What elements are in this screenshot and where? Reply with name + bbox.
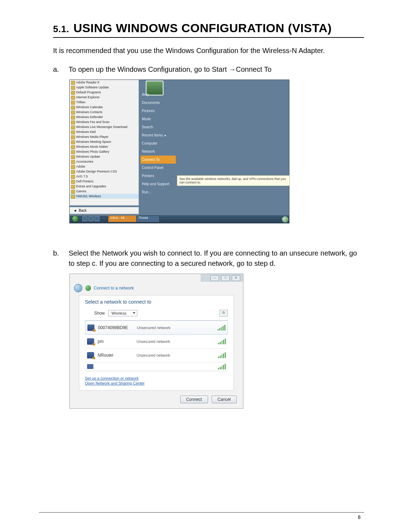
network-adapter-icon bbox=[87, 364, 93, 369]
search-link[interactable]: Search bbox=[140, 123, 176, 131]
program-item[interactable]: Windows Defender bbox=[70, 115, 139, 119]
show-filter-dropdown[interactable]: Wireless bbox=[108, 310, 137, 316]
program-item[interactable]: Adobe bbox=[70, 164, 139, 169]
program-item[interactable]: Windows Fax and Scan bbox=[70, 119, 139, 124]
step-b: b. Select the Network you wish to connec… bbox=[53, 248, 364, 269]
network-name: NRouter bbox=[98, 353, 137, 358]
control-panel-link[interactable]: Control Panel bbox=[140, 164, 176, 172]
program-item[interactable]: Windows Photo Gallery bbox=[70, 149, 139, 154]
dialog-title: Select a network to connect to bbox=[85, 299, 228, 305]
start-orb-icon[interactable] bbox=[72, 215, 79, 222]
network-globe-icon bbox=[85, 285, 91, 291]
back-button[interactable]: ◄ Back bbox=[70, 207, 139, 214]
maximize-button[interactable]: □ bbox=[221, 275, 230, 281]
program-item[interactable]: Apple Software Update bbox=[70, 85, 139, 90]
program-item[interactable]: Windows Movie Maker bbox=[70, 144, 139, 149]
program-item[interactable]: Windows Meeting Space bbox=[70, 139, 139, 144]
open-network-center-link[interactable]: Open Network and Sharing Center bbox=[85, 381, 228, 385]
network-adapter-icon bbox=[87, 352, 94, 358]
step-b-text: Select the Network you wish to connect t… bbox=[69, 248, 364, 269]
network-row[interactable]: pm Unsecured network bbox=[85, 335, 228, 349]
screenshot-start-menu: Adobe Reader 8 Apple Software Update Def… bbox=[69, 80, 289, 223]
signal-bars-icon bbox=[218, 364, 226, 369]
signal-bars-icon bbox=[218, 325, 225, 331]
program-item[interactable]: Default Programs bbox=[70, 90, 139, 95]
help-support-link[interactable]: Help and Support bbox=[140, 180, 176, 188]
taskbar: Inbox - Mi... iTunes bbox=[70, 215, 289, 223]
close-button[interactable]: ✕ bbox=[232, 275, 240, 281]
program-item[interactable]: Trillian bbox=[70, 100, 139, 105]
program-item[interactable]: Internet Explorer bbox=[70, 95, 139, 100]
section-number: 5.1. bbox=[53, 24, 69, 34]
network-security: Unsecured network bbox=[137, 353, 218, 357]
network-list: 00074098BD9E Unsecured network pm Unsecu… bbox=[85, 320, 228, 371]
computer-link[interactable]: Computer bbox=[140, 139, 176, 147]
connect-button[interactable]: Connect bbox=[180, 396, 208, 403]
run-link[interactable]: Run... bbox=[140, 188, 176, 196]
minimize-button[interactable]: — bbox=[211, 275, 219, 281]
program-item[interactable]: Windows Update bbox=[70, 154, 139, 159]
connect-to-link[interactable]: Connect To bbox=[140, 156, 176, 164]
taskbar-item-inbox[interactable]: Inbox - Mi... bbox=[108, 215, 138, 222]
taskbar-item-itunes[interactable]: iTunes bbox=[136, 215, 160, 222]
breadcrumb-text: Connect to a network bbox=[94, 286, 134, 291]
back-label: Back bbox=[79, 209, 86, 212]
step-b-letter: b. bbox=[53, 248, 69, 269]
program-item[interactable]: AVG 7.5 bbox=[70, 174, 139, 179]
section-heading: 5.1.USING WINDOWS CONFIGURATION (VISTA) bbox=[53, 21, 364, 38]
program-item[interactable]: Games bbox=[70, 189, 139, 194]
back-nav-icon[interactable] bbox=[74, 284, 82, 292]
music-link[interactable]: Music bbox=[140, 115, 176, 123]
connect-to-tooltip: See the available wireless networks, dia… bbox=[177, 175, 290, 186]
documents-link[interactable]: Documents bbox=[140, 99, 176, 107]
section-title: USING WINDOWS CONFIGURATION (VISTA) bbox=[73, 21, 332, 35]
refresh-button[interactable]: ↻ bbox=[219, 310, 228, 317]
dialog-buttons: Connect Cancel bbox=[180, 396, 237, 403]
network-link[interactable]: Network bbox=[140, 147, 176, 156]
program-item-selected[interactable]: HWUN1 Wireless bbox=[70, 194, 139, 199]
program-item[interactable]: Windows Calendar bbox=[70, 105, 139, 110]
printers-link[interactable]: Printers bbox=[140, 172, 176, 180]
program-item[interactable]: Windows Contacts bbox=[70, 110, 139, 115]
network-adapter-icon bbox=[87, 338, 94, 345]
tray-clock-icon[interactable] bbox=[282, 216, 288, 223]
network-name: pm bbox=[98, 339, 137, 344]
signal-bars-icon bbox=[218, 339, 226, 344]
program-item[interactable]: Windows Mail bbox=[70, 129, 139, 134]
breadcrumb: Connect to a network bbox=[74, 284, 134, 292]
network-row[interactable]: 00074098BD9E Unsecured network bbox=[85, 321, 228, 335]
network-adapter-icon bbox=[87, 325, 94, 331]
pictures-link[interactable]: Pictures bbox=[140, 107, 176, 115]
screenshot-connect-dialog: — □ ✕ Connect to a network Select a netw… bbox=[69, 274, 243, 409]
step-a-letter: a. bbox=[53, 64, 69, 75]
start-menu-right-column: Amy Documents Pictures Music Search Rece… bbox=[140, 90, 176, 196]
show-label: Show bbox=[94, 311, 105, 316]
page-number: 8 bbox=[358, 514, 361, 520]
program-item[interactable]: Windows Media Player bbox=[70, 134, 139, 139]
intro-paragraph: It is recommended that you use the Windo… bbox=[53, 46, 364, 56]
user-name[interactable]: Amy bbox=[140, 90, 176, 99]
network-security: Unsecured network bbox=[137, 326, 218, 330]
program-item[interactable]: Adobe Design Premium CS3 bbox=[70, 169, 139, 174]
setup-connection-link[interactable]: Set up a connection or network bbox=[85, 376, 228, 380]
signal-bars-icon bbox=[218, 352, 226, 358]
footer-rule bbox=[39, 512, 364, 513]
network-row-partial[interactable] bbox=[85, 362, 228, 371]
program-item[interactable]: Accessories bbox=[70, 159, 139, 164]
program-item[interactable]: Windows Live Messenger Download bbox=[70, 124, 139, 129]
program-item[interactable]: Adobe Reader 8 bbox=[70, 80, 139, 85]
quick-launch-icons[interactable] bbox=[80, 216, 105, 222]
cancel-button[interactable]: Cancel bbox=[212, 396, 237, 403]
dialog-content-panel: Select a network to connect to Show Wire… bbox=[79, 295, 234, 391]
window-controls: — □ ✕ bbox=[211, 275, 240, 281]
start-menu-programs-panel: Adobe Reader 8 Apple Software Update Def… bbox=[70, 80, 139, 205]
network-row[interactable]: NRouter Unsecured network bbox=[85, 349, 228, 362]
step-a: a. To open up the Windows Configuration,… bbox=[53, 64, 364, 75]
network-security: Unsecured network bbox=[137, 339, 218, 344]
program-item[interactable]: Dell Printers bbox=[70, 179, 139, 184]
step-a-text: To open up the Windows Configuration, go… bbox=[69, 64, 364, 75]
recent-items-link[interactable]: Recent Items ▸ bbox=[140, 131, 176, 139]
program-item[interactable]: Extras and Upgrades bbox=[70, 184, 139, 189]
network-name: 00074098BD9E bbox=[98, 325, 137, 330]
